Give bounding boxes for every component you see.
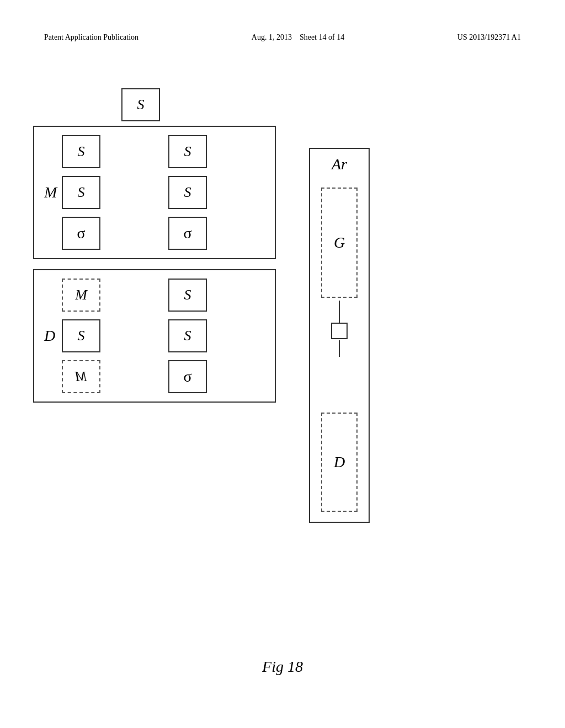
d-right-label: D: [334, 453, 345, 471]
right-diagram: Ar G D: [309, 148, 370, 523]
m-label: M: [44, 184, 57, 201]
g-inner-box: G: [321, 188, 358, 298]
d-m-dashed2: M: [62, 360, 100, 393]
m-sigma1: σ: [62, 217, 100, 250]
g-d-connector: [339, 301, 340, 323]
header-left: Patent Application Publication: [44, 33, 138, 42]
right-container: Ar G D: [309, 148, 370, 523]
d-s3: S: [168, 319, 207, 352]
header-right: US 2013/192371 A1: [457, 33, 521, 42]
figure-label: Fig 18: [262, 658, 303, 676]
page-header: Patent Application Publication Aug. 1, 2…: [0, 33, 565, 42]
d-m-dashed1: M: [62, 279, 100, 312]
top-s-box: S: [121, 88, 160, 121]
d-container: D M S S S M σ: [33, 269, 276, 403]
g-label: G: [334, 234, 345, 251]
header-sheet: Sheet 14 of 14: [300, 33, 344, 41]
left-diagram: M S S S S σ σ D M S: [33, 126, 276, 523]
d-inner-box: D: [321, 413, 358, 512]
m-container: M S S S S σ σ: [33, 126, 276, 259]
d-sigma1: σ: [168, 360, 207, 393]
header-date: Aug. 1, 2013: [252, 33, 292, 41]
m-grid: S S S S σ σ: [62, 135, 264, 250]
m-s2: S: [168, 135, 207, 168]
m-s3: S: [62, 176, 100, 209]
connector-box: [331, 323, 348, 339]
m-sigma2: σ: [168, 217, 207, 250]
ar-label: Ar: [332, 156, 347, 173]
m-s4: S: [168, 176, 207, 209]
header-center: Aug. 1, 2013 Sheet 14 of 14: [252, 33, 344, 42]
d-s2: S: [62, 319, 100, 352]
main-diagram: S M S S S S σ σ: [33, 88, 513, 523]
diagram-body: M S S S S σ σ D M S: [33, 126, 513, 523]
m-s1: S: [62, 135, 100, 168]
d-label: D: [44, 327, 55, 345]
d-grid: M S S S M σ: [62, 279, 264, 393]
d-s1: S: [168, 279, 207, 312]
connector-line2: [339, 340, 340, 357]
top-s-container: S: [121, 88, 513, 121]
